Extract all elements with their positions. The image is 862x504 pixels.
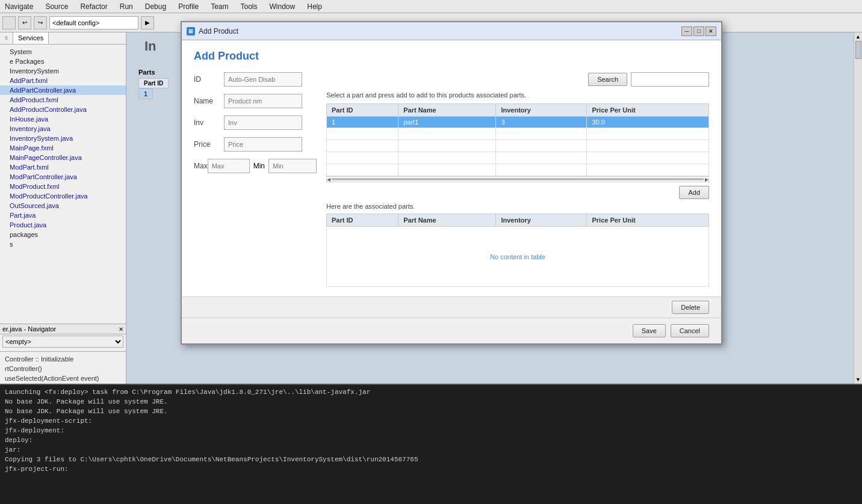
tree-addpartcontroller-java[interactable]: AddPartController.java — [0, 85, 126, 95]
cell-inventory-1: 3 — [496, 117, 587, 128]
max-input[interactable] — [208, 159, 250, 173]
save-button[interactable]: Save — [633, 324, 666, 337]
tree-ackages[interactable]: packages — [0, 230, 126, 239]
min-input[interactable] — [268, 159, 317, 173]
nav-dropdown[interactable]: <empty> — [2, 336, 123, 348]
name-input[interactable] — [224, 94, 302, 108]
add-button[interactable]: Add — [679, 186, 709, 199]
tree-addproduct-fxml[interactable]: AddProduct.fxml — [0, 95, 126, 105]
config-dropdown[interactable] — [49, 16, 138, 29]
console-line-7: jar: — [5, 445, 857, 455]
sidebar-tab-services[interactable]: Services — [13, 32, 49, 44]
tree-part-java[interactable]: Part.java — [0, 211, 126, 220]
menu-item-window[interactable]: Window — [267, 1, 298, 12]
tree-packages[interactable]: e Packages — [0, 57, 126, 66]
search-input[interactable] — [631, 72, 709, 87]
tree-modpart-fxml[interactable]: ModPart.fxml — [0, 162, 126, 172]
navigator-panel: er.java - Navigator ✕ <empty> Controller… — [0, 324, 126, 384]
sidebar-tab-placeholder[interactable]: s — [0, 32, 13, 44]
dialog-restore-button[interactable]: □ — [693, 26, 704, 36]
tree-inhouse-java[interactable]: InHouse.java — [0, 114, 126, 124]
nav-close-btn[interactable]: ✕ — [119, 326, 123, 333]
instructions-text: Select a part and press add to add to th… — [326, 91, 709, 99]
tree-system[interactable]: System — [0, 47, 126, 57]
menu-bar: Navigate Source Refactor Run Debug Profi… — [0, 0, 862, 13]
nav-item-rtcontroller[interactable]: rtController() — [2, 364, 123, 373]
form-label-min: Min — [253, 162, 265, 170]
menu-item-run[interactable]: Run — [117, 1, 135, 12]
console-line-2: No base JDK. Package will use system JRE… — [5, 397, 857, 407]
ide-scroll-down[interactable]: ▼ — [854, 376, 862, 383]
toolbar-btn-run[interactable]: ▶ — [141, 16, 154, 29]
tree-inventory-java[interactable]: Inventory.java — [0, 124, 126, 134]
toolbar-btn-1[interactable] — [2, 16, 16, 29]
tree-addproductcontroller-java[interactable]: AddProductController.java — [0, 105, 126, 114]
search-button[interactable]: Search — [588, 73, 627, 86]
inv-input[interactable] — [224, 115, 302, 130]
console-line-1: Launching <fx:deploy> task from C:\Progr… — [5, 387, 857, 397]
scrollbar-track — [332, 178, 704, 180]
delete-button[interactable]: Delete — [672, 301, 709, 314]
add-product-dialog: ⊞ Add Product ─ □ ✕ Add Product ID — [181, 21, 722, 345]
dialog-close-button[interactable]: ✕ — [705, 26, 716, 36]
menu-item-tools[interactable]: Tools — [238, 1, 260, 12]
menu-item-navigate[interactable]: Navigate — [2, 1, 36, 12]
search-row: Search — [326, 72, 709, 87]
scroll-right-arrow[interactable]: ▶ — [705, 177, 709, 182]
dialog-body: Add Product ID Name Inv — [182, 40, 721, 297]
table-scrollbar[interactable]: ◀ ▶ — [326, 176, 709, 182]
tree-modproductcontroller-java[interactable]: ModProductController.java — [0, 191, 126, 201]
ide-scrollbar-thumb[interactable] — [855, 41, 861, 59]
assoc-col-inventory: Inventory — [496, 214, 587, 227]
dialog-two-col: ID Name Inv Price — [194, 72, 709, 287]
table-row-empty-4 — [327, 164, 709, 176]
console-line-6: deploy: — [5, 435, 857, 445]
menu-item-profile[interactable]: Profile — [176, 1, 201, 12]
ide-background: Navigate Source Refactor Run Debug Profi… — [0, 0, 862, 504]
ide-right-scrollbar[interactable]: ▲ ▼ — [854, 32, 862, 384]
table-row-empty-2 — [327, 140, 709, 152]
nav-item-useselected[interactable]: useSelected(ActionEvent event) — [2, 373, 123, 383]
dialog-heading: Add Product — [194, 50, 709, 63]
tree-inventorysystem[interactable]: InventorySystem — [0, 66, 126, 76]
assoc-col-part-id: Part ID — [327, 214, 398, 227]
cancel-button[interactable]: Cancel — [671, 324, 709, 337]
menu-item-help[interactable]: Help — [305, 1, 324, 12]
tree-mainpage-fxml[interactable]: MainPage.fxml — [0, 143, 126, 153]
id-input[interactable] — [224, 72, 302, 87]
menu-item-debug[interactable]: Debug — [143, 1, 169, 12]
toolbar-btn-undo[interactable]: ↩ — [18, 16, 31, 29]
sidebar-tabs: s Services — [0, 32, 126, 45]
tree-modproduct-fxml[interactable]: ModProduct.fxml — [0, 182, 126, 191]
scroll-left-arrow[interactable]: ◀ — [327, 177, 330, 182]
price-input[interactable] — [224, 137, 302, 152]
form-label-inv: Inv — [194, 118, 224, 127]
table-row-part1[interactable]: 1 part1 3 30.0 — [327, 117, 709, 128]
sidebar-tree: System e Packages InventorySystem AddPar… — [0, 45, 126, 321]
menu-item-team[interactable]: Team — [208, 1, 231, 12]
tree-mainpagecontroller-java[interactable]: MainPageController.java — [0, 153, 126, 162]
console-line-9: jfx-project-run: — [5, 464, 857, 474]
parts-associated-table: Part ID Part Name Inventory Price Per Un… — [326, 214, 709, 287]
tree-addpart-fxml[interactable]: AddPart.fxml — [0, 76, 126, 85]
tree-s[interactable]: s — [0, 239, 126, 249]
nav-header: er.java - Navigator ✕ — [0, 324, 126, 334]
add-button-row: Add — [326, 186, 709, 199]
ide-scroll-up[interactable]: ▲ — [854, 34, 862, 40]
dialog-title-text: Add Product — [199, 27, 678, 35]
nav-content: Controller :: Initializable rtController… — [0, 352, 126, 383]
assoc-col-price: Price Per Unit — [587, 214, 709, 227]
dialog-minimize-button[interactable]: ─ — [681, 26, 692, 36]
toolbar-btn-redo[interactable]: ↪ — [34, 16, 47, 29]
dialog-right-col: Search Select a part and press add to ad… — [326, 72, 709, 287]
nav-item-controller[interactable]: Controller :: Initializable — [2, 354, 123, 364]
tree-modpartcontroller-java[interactable]: ModPartController.java — [0, 172, 126, 182]
tree-inventorysystem-java[interactable]: InventorySystem.java — [0, 134, 126, 143]
bottom-button-row: Save Cancel — [182, 318, 721, 343]
menu-item-refactor[interactable]: Refactor — [78, 1, 110, 12]
table-row-empty-1 — [327, 128, 709, 140]
tree-product-java[interactable]: Product.java — [0, 220, 126, 230]
tree-outsourced-java[interactable]: OutSourced.java — [0, 201, 126, 211]
nav-title: er.java - Navigator — [2, 325, 56, 333]
menu-item-source[interactable]: Source — [43, 1, 70, 12]
